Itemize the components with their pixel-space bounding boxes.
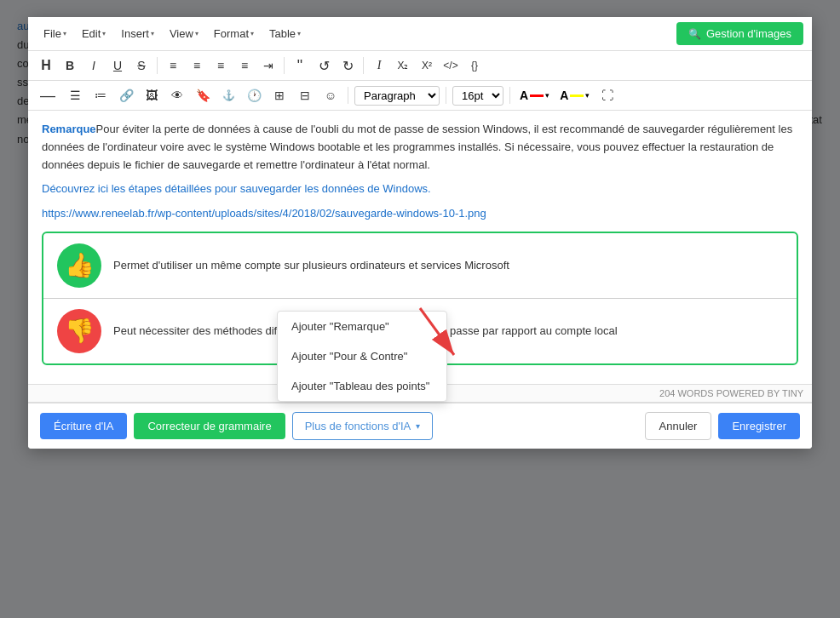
modal-footer: Écriture d'IA Correcteur de grammaire Pl… xyxy=(28,403,812,449)
grammar-button[interactable]: Correcteur de grammaire xyxy=(134,413,285,439)
redo-btn[interactable]: ↻ xyxy=(337,54,359,77)
font-color-btn[interactable]: A ▾ xyxy=(516,87,553,104)
save-button[interactable]: Enregistrer xyxy=(718,413,800,439)
dropdown-item-pour-contre[interactable]: Ajouter "Pour & Contre" xyxy=(278,341,446,371)
search-icon: 🔍 xyxy=(688,28,701,40)
pro-row: 👍 Permet d'utiliser un même compte sur p… xyxy=(43,233,797,298)
thumbs-up-icon: 👍 xyxy=(57,243,101,288)
italic2-btn[interactable]: I xyxy=(368,54,390,77)
bg-color-indicator xyxy=(570,94,584,97)
superscript-btn[interactable]: X² xyxy=(416,54,438,77)
indent-btn[interactable]: ⇥ xyxy=(257,54,279,77)
bg-color-btn[interactable]: A ▾ xyxy=(556,87,593,104)
link-btn[interactable]: 🔗 xyxy=(115,84,137,106)
blockquote-btn[interactable]: " xyxy=(289,54,311,77)
curly-btn[interactable]: {} xyxy=(463,54,486,77)
align-center-btn[interactable]: ≡ xyxy=(186,54,208,77)
ai-write-button[interactable]: Écriture d'IA xyxy=(40,413,127,439)
chevron-down-icon: ▾ xyxy=(585,91,590,100)
toolbar-separator-5 xyxy=(446,87,446,104)
chevron-down-icon: ▾ xyxy=(195,30,198,37)
menu-format[interactable]: Format ▾ xyxy=(207,24,261,43)
chevron-down-icon: ▾ xyxy=(250,30,254,37)
menu-view[interactable]: View ▾ xyxy=(163,24,205,43)
editor-link2: https://www.reneelab.fr/wp-content/uploa… xyxy=(42,203,798,223)
font-size-select[interactable]: 16pt xyxy=(452,86,503,106)
more-ai-button[interactable]: Plus de fonctions d'IA ▾ xyxy=(292,412,434,440)
toolbar-separator-4 xyxy=(348,87,348,104)
anchor-btn[interactable]: ⚓ xyxy=(217,84,239,106)
code-btn[interactable]: </> xyxy=(440,54,462,77)
chevron-down-icon: ▾ xyxy=(63,30,66,37)
chevron-down-icon: ▾ xyxy=(102,30,106,37)
chevron-down-icon: ▾ xyxy=(416,421,420,431)
menu-insert[interactable]: Insert ▾ xyxy=(114,24,161,43)
chevron-down-icon: ▾ xyxy=(151,30,154,37)
menu-edit[interactable]: Edit ▾ xyxy=(75,24,112,43)
gestion-images-button[interactable]: 🔍 Gestion d'images xyxy=(676,22,803,45)
toolbar-row-1: H B I U S ≡ ≡ ≡ ≡ ⇥ " ↺ ↻ I X₂ X² </> {} xyxy=(28,51,812,81)
menu-bar: File ▾ Edit ▾ Insert ▾ View ▾ Format ▾ T… xyxy=(28,17,812,51)
toolbar-row-2: — ☰ ≔ 🔗 🖼 👁 🔖 ⚓ 🕐 ⊞ ⊟ ☺ Paragraph 16pt A… xyxy=(28,81,812,111)
table2-btn[interactable]: ⊟ xyxy=(294,84,316,106)
cancel-button[interactable]: Annuler xyxy=(645,412,712,440)
align-justify-btn[interactable]: ≡ xyxy=(233,54,256,77)
modal-overlay: File ▾ Edit ▾ Insert ▾ View ▾ Format ▾ T… xyxy=(0,0,840,618)
editor-text-remarque: RemarquePour éviter la perte de données … xyxy=(42,121,798,174)
toolbar-separator xyxy=(157,57,158,74)
eye-btn[interactable]: 👁 xyxy=(166,84,188,106)
dropdown-item-tableau[interactable]: Ajouter "Tableau des points" xyxy=(278,371,446,401)
thumbs-down-icon: 👎 xyxy=(57,309,101,353)
editor-modal: File ▾ Edit ▾ Insert ▾ View ▾ Format ▾ T… xyxy=(28,17,812,449)
toolbar-separator-2 xyxy=(284,57,285,74)
menu-table[interactable]: Table ▾ xyxy=(262,24,308,43)
strikethrough-btn[interactable]: S xyxy=(130,54,152,77)
chevron-down-icon: ▾ xyxy=(545,91,549,100)
underline-btn[interactable]: U xyxy=(106,54,129,77)
chevron-down-icon: ▾ xyxy=(297,30,301,37)
menu-file[interactable]: File ▾ xyxy=(37,24,73,43)
clock-btn[interactable]: 🕐 xyxy=(243,84,265,106)
align-left-btn[interactable]: ≡ xyxy=(162,54,184,77)
subscript-btn[interactable]: X₂ xyxy=(392,54,414,77)
heading-btn[interactable]: H xyxy=(35,54,57,77)
paragraph-select[interactable]: Paragraph xyxy=(354,86,440,106)
bg-color-icon: A xyxy=(560,89,568,102)
fullscreen-btn[interactable]: ⛶ xyxy=(596,84,618,106)
image-btn[interactable]: 🖼 xyxy=(141,84,163,106)
undo-btn[interactable]: ↺ xyxy=(313,54,335,77)
pro-text: Permet d'utiliser un même compte sur plu… xyxy=(113,257,509,275)
gestion-btn-wrapper: 🔍 Gestion d'images xyxy=(676,22,803,45)
emoji-btn[interactable]: ☺ xyxy=(319,84,342,106)
bookmark-btn[interactable]: 🔖 xyxy=(192,84,214,106)
bold-btn[interactable]: B xyxy=(59,54,81,77)
editor-link1: Découvrez ici les étapes détaillées pour… xyxy=(42,179,798,198)
dropdown-menu: Ajouter "Remarque" Ajouter "Pour & Contr… xyxy=(277,311,447,402)
list-btn[interactable]: ☰ xyxy=(64,84,86,106)
font-color-icon: A xyxy=(520,89,528,102)
font-color-indicator xyxy=(530,94,544,97)
table-btn[interactable]: ⊞ xyxy=(268,84,291,106)
toolbar-separator-6 xyxy=(509,87,510,104)
align-right-btn[interactable]: ≡ xyxy=(210,54,232,77)
dropdown-item-remarque[interactable]: Ajouter "Remarque" xyxy=(278,312,446,341)
italic-btn[interactable]: I xyxy=(83,54,105,77)
ordered-list-btn[interactable]: ≔ xyxy=(89,84,112,106)
toolbar-separator-3 xyxy=(363,57,364,74)
hr-btn[interactable]: — xyxy=(35,84,60,106)
